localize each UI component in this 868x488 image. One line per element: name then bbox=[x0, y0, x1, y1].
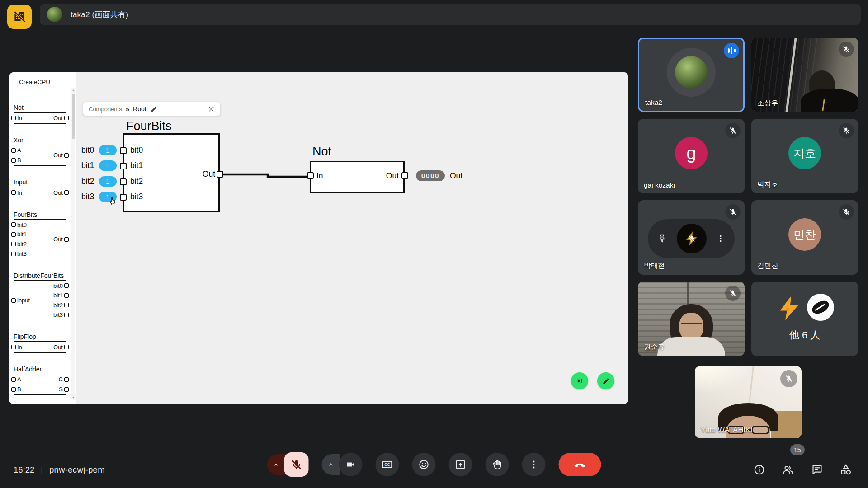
result-out-label: Out bbox=[450, 171, 462, 181]
people-icon bbox=[782, 463, 794, 476]
input-port[interactable] bbox=[11, 232, 16, 237]
output-port[interactable] bbox=[64, 387, 69, 392]
present-button[interactable] bbox=[449, 453, 472, 476]
audio-level-icon bbox=[724, 43, 739, 58]
more-options-button[interactable] bbox=[522, 453, 546, 476]
component-palette: CreateCPU NotInOutXorABOutInputInOutFour… bbox=[9, 72, 76, 404]
palette-item-not[interactable]: NotInOut bbox=[14, 104, 66, 124]
fourbits-port-bit1[interactable] bbox=[120, 163, 127, 169]
rename-pencil-icon[interactable] bbox=[151, 106, 157, 113]
scrollbar-thumb[interactable] bbox=[72, 94, 75, 139]
output-port[interactable] bbox=[64, 377, 69, 382]
palette-item-input[interactable]: InputInOut bbox=[14, 178, 66, 198]
presentation-off-icon[interactable] bbox=[7, 5, 32, 29]
participant-name: 김민찬 bbox=[757, 261, 778, 271]
meeting-details-button[interactable] bbox=[753, 463, 765, 476]
input-port[interactable] bbox=[11, 190, 16, 195]
toggle-bit2[interactable]: 1 bbox=[99, 176, 117, 187]
input-port[interactable] bbox=[11, 242, 16, 246]
fourbits-port-bit2[interactable] bbox=[120, 178, 127, 185]
palette-item-box[interactable]: ABCS bbox=[14, 374, 66, 395]
not-out-port[interactable] bbox=[401, 172, 408, 179]
palette-item-box[interactable]: InOut bbox=[14, 112, 66, 124]
tile-self-yuto[interactable]: Yuto WATAHIKI bbox=[695, 366, 802, 438]
tile-taka2[interactable]: taka2 bbox=[638, 38, 745, 112]
fourbits-out-port[interactable] bbox=[217, 171, 223, 178]
toggle-bit0[interactable]: 1 bbox=[99, 145, 117, 155]
presenter-avatar bbox=[47, 7, 62, 22]
tile-kimminchan[interactable]: 민찬 김민찬 bbox=[751, 200, 858, 275]
output-port[interactable] bbox=[64, 116, 69, 120]
close-icon[interactable] bbox=[208, 106, 215, 113]
reactions-button[interactable] bbox=[412, 453, 436, 476]
tile-parkjiho[interactable]: 지호 박지호 bbox=[751, 119, 858, 193]
screen-share-banner[interactable]: taka2 (画面共有) bbox=[40, 4, 861, 25]
palette-item-halfadder[interactable]: HalfAdderABCS bbox=[14, 366, 66, 395]
more-vertical-icon[interactable] bbox=[716, 234, 726, 244]
palette-scrollbar[interactable]: ▲ ▼ bbox=[71, 88, 75, 400]
output-port[interactable] bbox=[64, 313, 69, 317]
input-port[interactable] bbox=[11, 387, 16, 392]
output-port[interactable] bbox=[64, 293, 69, 298]
activities-button[interactable] bbox=[840, 463, 852, 476]
fourbits-port-bit3[interactable] bbox=[120, 194, 127, 201]
edit-button[interactable] bbox=[597, 372, 614, 389]
pin-icon[interactable] bbox=[657, 233, 668, 244]
input-port[interactable] bbox=[11, 222, 16, 227]
port-label: In bbox=[17, 115, 22, 122]
mic-options-chevron[interactable] bbox=[267, 454, 285, 475]
output-port[interactable] bbox=[64, 190, 69, 195]
step-button[interactable] bbox=[571, 372, 588, 389]
output-port[interactable] bbox=[64, 237, 69, 242]
input-port[interactable] bbox=[11, 158, 16, 163]
captions-icon: CC bbox=[382, 459, 393, 470]
scroll-up-icon[interactable]: ▲ bbox=[71, 89, 75, 92]
chevron-up-icon bbox=[273, 461, 280, 468]
breadcrumb-section[interactable]: Components bbox=[89, 106, 122, 113]
output-port[interactable] bbox=[64, 153, 69, 158]
tile-kwonsoonkyu[interactable]: 권순규 bbox=[638, 282, 745, 356]
input-port[interactable] bbox=[11, 116, 16, 120]
output-port[interactable] bbox=[64, 303, 69, 307]
breadcrumb: Components » Root bbox=[83, 102, 220, 116]
fourbits-port-bit0[interactable] bbox=[120, 147, 127, 154]
circuit-canvas[interactable]: Components » Root FourBits bit01bit0bit1… bbox=[76, 72, 628, 404]
end-call-button[interactable] bbox=[559, 453, 601, 476]
palette-item-distributefourbits[interactable]: DistributeFourBitsinputbit0bit1bit2bit3 bbox=[14, 272, 66, 320]
raise-hand-button[interactable] bbox=[486, 453, 509, 476]
tile-parktaehyun[interactable]: 박태현 bbox=[638, 200, 745, 275]
breadcrumb-current[interactable]: Root bbox=[133, 105, 146, 113]
output-port[interactable] bbox=[64, 345, 69, 349]
camera-options-chevron[interactable] bbox=[322, 454, 340, 475]
palette-item-box[interactable]: InOut bbox=[14, 341, 66, 353]
not-in-port[interactable] bbox=[307, 172, 314, 179]
input-port[interactable] bbox=[11, 148, 16, 153]
scroll-down-icon[interactable]: ▼ bbox=[71, 396, 75, 399]
mic-off-icon bbox=[677, 224, 707, 253]
input-port[interactable] bbox=[11, 377, 16, 382]
tile-chosangwoo[interactable]: 조상우 bbox=[751, 38, 858, 112]
palette-item-fourbits[interactable]: FourBitsbit0bit1bit2bit3Out bbox=[14, 211, 66, 259]
mic-mute-button[interactable] bbox=[284, 452, 309, 477]
chat-button[interactable] bbox=[811, 463, 823, 476]
input-port[interactable] bbox=[11, 345, 16, 349]
palette-item-box[interactable]: ABOut bbox=[14, 145, 66, 166]
palette-item-xor[interactable]: XorABOut bbox=[14, 136, 66, 166]
port-label: Out bbox=[53, 236, 63, 243]
palette-item-box[interactable]: inputbit0bit1bit2bit3 bbox=[14, 280, 66, 320]
input-port[interactable] bbox=[11, 298, 16, 303]
meeting-code: pnw-ecwj-pem bbox=[49, 465, 105, 475]
participant-name: 권순규 bbox=[644, 343, 665, 352]
tile-gai-kozaki[interactable]: g gai kozaki bbox=[638, 119, 745, 193]
captions-button[interactable]: CC bbox=[376, 453, 399, 476]
palette-item-box[interactable]: bit0bit1bit2bit3Out bbox=[14, 219, 66, 259]
input-port[interactable] bbox=[11, 252, 16, 256]
palette-item-box[interactable]: InOut bbox=[14, 187, 66, 198]
avatar: 민찬 bbox=[788, 218, 821, 251]
people-button[interactable] bbox=[782, 463, 794, 476]
toggle-bit1[interactable]: 1 bbox=[99, 160, 117, 171]
output-port[interactable] bbox=[64, 283, 69, 288]
tile-overflow-others[interactable]: 他 6 人 bbox=[751, 282, 858, 356]
palette-item-flipflop[interactable]: FlipFlopInOut bbox=[14, 333, 66, 353]
camera-button[interactable] bbox=[339, 453, 363, 476]
